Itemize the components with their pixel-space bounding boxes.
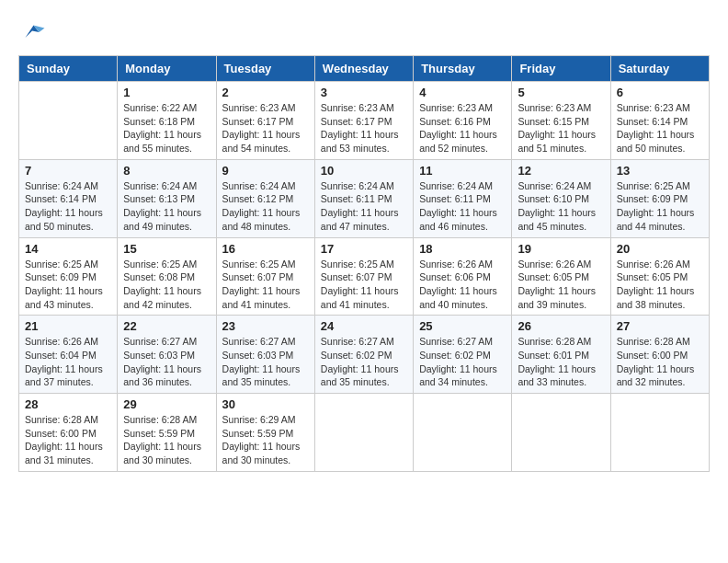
week-row-5: 28Sunrise: 6:28 AM Sunset: 6:00 PM Dayli… [19, 394, 710, 472]
day-info: Sunrise: 6:26 AM Sunset: 6:05 PM Dayligh… [518, 258, 604, 312]
calendar-cell: 26Sunrise: 6:28 AM Sunset: 6:01 PM Dayli… [512, 316, 610, 394]
calendar-cell [314, 394, 413, 472]
day-info: Sunrise: 6:24 AM Sunset: 6:14 PM Dayligh… [25, 179, 111, 234]
calendar-cell: 12Sunrise: 6:24 AM Sunset: 6:10 PM Dayli… [512, 159, 610, 237]
day-number: 20 [617, 242, 703, 256]
calendar-cell: 24Sunrise: 6:27 AM Sunset: 6:02 PM Dayli… [314, 316, 413, 394]
day-number: 28 [25, 397, 111, 411]
day-info: Sunrise: 6:23 AM Sunset: 6:17 PM Dayligh… [222, 101, 309, 155]
day-info: Sunrise: 6:27 AM Sunset: 6:03 PM Dayligh… [222, 335, 309, 389]
day-number: 7 [25, 164, 111, 178]
header-thursday: Thursday [414, 56, 512, 82]
day-number: 17 [321, 242, 407, 256]
calendar-cell [610, 394, 709, 472]
day-number: 11 [419, 164, 506, 178]
day-info: Sunrise: 6:23 AM Sunset: 6:15 PM Dayligh… [518, 101, 604, 155]
calendar-header-row: SundayMondayTuesdayWednesdayThursdayFrid… [19, 56, 710, 82]
day-info: Sunrise: 6:24 AM Sunset: 6:12 PM Dayligh… [222, 179, 309, 234]
day-info: Sunrise: 6:25 AM Sunset: 6:09 PM Dayligh… [25, 258, 111, 312]
header-monday: Monday [118, 56, 216, 82]
day-number: 6 [617, 86, 703, 99]
calendar-cell: 6Sunrise: 6:23 AM Sunset: 6:14 PM Daylig… [610, 82, 709, 160]
calendar-cell: 25Sunrise: 6:27 AM Sunset: 6:02 PM Dayli… [414, 316, 512, 394]
day-number: 19 [518, 242, 604, 256]
calendar-cell: 18Sunrise: 6:26 AM Sunset: 6:06 PM Dayli… [414, 237, 512, 316]
week-row-3: 14Sunrise: 6:25 AM Sunset: 6:09 PM Dayli… [19, 237, 710, 316]
day-number: 21 [25, 319, 111, 333]
calendar-cell: 22Sunrise: 6:27 AM Sunset: 6:03 PM Dayli… [118, 316, 216, 394]
day-info: Sunrise: 6:28 AM Sunset: 6:01 PM Dayligh… [518, 335, 604, 389]
day-number: 2 [222, 86, 309, 99]
header-friday: Friday [512, 56, 610, 82]
day-info: Sunrise: 6:25 AM Sunset: 6:07 PM Dayligh… [222, 258, 309, 312]
week-row-4: 21Sunrise: 6:26 AM Sunset: 6:04 PM Dayli… [19, 316, 710, 394]
calendar-cell: 16Sunrise: 6:25 AM Sunset: 6:07 PM Dayli… [216, 237, 314, 316]
calendar-cell [19, 82, 118, 160]
day-number: 10 [321, 164, 407, 178]
day-info: Sunrise: 6:24 AM Sunset: 6:11 PM Dayligh… [321, 179, 407, 234]
day-info: Sunrise: 6:24 AM Sunset: 6:10 PM Dayligh… [518, 179, 604, 234]
day-number: 24 [321, 319, 407, 333]
week-row-2: 7Sunrise: 6:24 AM Sunset: 6:14 PM Daylig… [19, 159, 710, 237]
calendar-cell [512, 394, 610, 472]
day-info: Sunrise: 6:26 AM Sunset: 6:05 PM Dayligh… [617, 258, 703, 312]
day-number: 14 [25, 242, 111, 256]
day-info: Sunrise: 6:25 AM Sunset: 6:09 PM Dayligh… [617, 179, 703, 234]
day-info: Sunrise: 6:28 AM Sunset: 6:00 PM Dayligh… [25, 413, 111, 467]
calendar-cell: 9Sunrise: 6:24 AM Sunset: 6:12 PM Daylig… [216, 159, 314, 237]
calendar-cell: 27Sunrise: 6:28 AM Sunset: 6:00 PM Dayli… [610, 316, 709, 394]
day-info: Sunrise: 6:27 AM Sunset: 6:02 PM Dayligh… [419, 335, 506, 389]
calendar-cell: 3Sunrise: 6:23 AM Sunset: 6:17 PM Daylig… [314, 82, 413, 160]
logo-bird-icon [18, 18, 46, 46]
day-info: Sunrise: 6:25 AM Sunset: 6:08 PM Dayligh… [123, 258, 210, 312]
calendar-table: SundayMondayTuesdayWednesdayThursdayFrid… [18, 55, 710, 472]
day-info: Sunrise: 6:25 AM Sunset: 6:07 PM Dayligh… [321, 258, 407, 312]
day-info: Sunrise: 6:28 AM Sunset: 5:59 PM Dayligh… [123, 413, 210, 467]
calendar-cell: 4Sunrise: 6:23 AM Sunset: 6:16 PM Daylig… [414, 82, 512, 160]
day-number: 23 [222, 319, 309, 333]
calendar-cell: 15Sunrise: 6:25 AM Sunset: 6:08 PM Dayli… [118, 237, 216, 316]
header-tuesday: Tuesday [216, 56, 314, 82]
calendar-cell: 21Sunrise: 6:26 AM Sunset: 6:04 PM Dayli… [19, 316, 118, 394]
day-info: Sunrise: 6:23 AM Sunset: 6:17 PM Dayligh… [321, 101, 407, 155]
calendar-cell [414, 394, 512, 472]
calendar-cell: 11Sunrise: 6:24 AM Sunset: 6:11 PM Dayli… [414, 159, 512, 237]
day-number: 3 [321, 86, 407, 99]
day-number: 12 [518, 164, 604, 178]
day-number: 13 [617, 164, 703, 178]
calendar-cell: 10Sunrise: 6:24 AM Sunset: 6:11 PM Dayli… [314, 159, 413, 237]
header-saturday: Saturday [610, 56, 709, 82]
day-info: Sunrise: 6:24 AM Sunset: 6:11 PM Dayligh… [419, 179, 506, 234]
day-info: Sunrise: 6:26 AM Sunset: 6:04 PM Dayligh… [25, 335, 111, 389]
calendar-cell: 2Sunrise: 6:23 AM Sunset: 6:17 PM Daylig… [216, 82, 314, 160]
calendar-cell: 17Sunrise: 6:25 AM Sunset: 6:07 PM Dayli… [314, 237, 413, 316]
calendar-cell: 23Sunrise: 6:27 AM Sunset: 6:03 PM Dayli… [216, 316, 314, 394]
day-info: Sunrise: 6:26 AM Sunset: 6:06 PM Dayligh… [419, 258, 506, 312]
calendar-cell: 13Sunrise: 6:25 AM Sunset: 6:09 PM Dayli… [610, 159, 709, 237]
day-number: 8 [123, 164, 210, 178]
calendar-cell: 8Sunrise: 6:24 AM Sunset: 6:13 PM Daylig… [118, 159, 216, 237]
day-number: 25 [419, 319, 506, 333]
calendar-cell: 29Sunrise: 6:28 AM Sunset: 5:59 PM Dayli… [118, 394, 216, 472]
day-number: 22 [123, 319, 210, 333]
calendar-cell: 1Sunrise: 6:22 AM Sunset: 6:18 PM Daylig… [118, 82, 216, 160]
day-number: 30 [222, 397, 309, 411]
day-info: Sunrise: 6:24 AM Sunset: 6:13 PM Dayligh… [123, 179, 210, 234]
day-number: 5 [518, 86, 604, 99]
day-number: 15 [123, 242, 210, 256]
logo [18, 18, 50, 46]
calendar-cell: 20Sunrise: 6:26 AM Sunset: 6:05 PM Dayli… [610, 237, 709, 316]
day-info: Sunrise: 6:27 AM Sunset: 6:02 PM Dayligh… [321, 335, 407, 389]
day-number: 9 [222, 164, 309, 178]
header-wednesday: Wednesday [314, 56, 413, 82]
day-info: Sunrise: 6:23 AM Sunset: 6:16 PM Dayligh… [419, 101, 506, 155]
day-info: Sunrise: 6:29 AM Sunset: 5:59 PM Dayligh… [222, 413, 309, 467]
calendar-cell: 19Sunrise: 6:26 AM Sunset: 6:05 PM Dayli… [512, 237, 610, 316]
calendar-cell: 30Sunrise: 6:29 AM Sunset: 5:59 PM Dayli… [216, 394, 314, 472]
day-number: 27 [617, 319, 703, 333]
day-info: Sunrise: 6:23 AM Sunset: 6:14 PM Dayligh… [617, 101, 703, 155]
calendar-cell: 28Sunrise: 6:28 AM Sunset: 6:00 PM Dayli… [19, 394, 118, 472]
calendar-cell: 14Sunrise: 6:25 AM Sunset: 6:09 PM Dayli… [19, 237, 118, 316]
header-sunday: Sunday [19, 56, 118, 82]
calendar-cell: 7Sunrise: 6:24 AM Sunset: 6:14 PM Daylig… [19, 159, 118, 237]
